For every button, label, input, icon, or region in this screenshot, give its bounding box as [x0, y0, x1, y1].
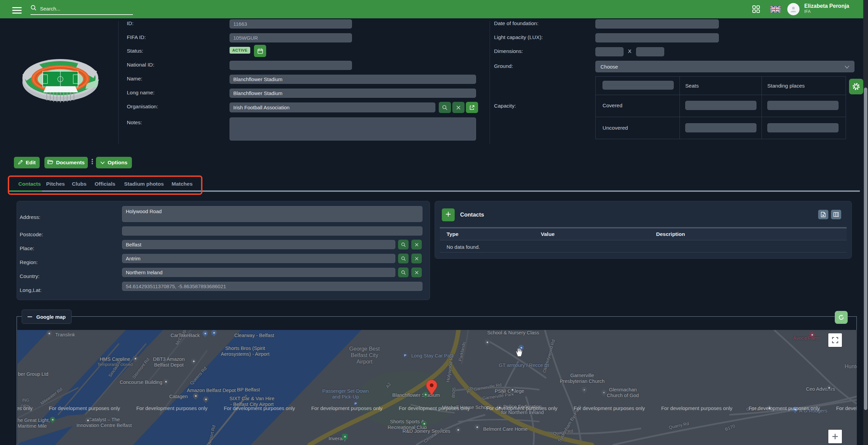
tab-matches[interactable]: Matches — [172, 181, 193, 187]
export-excel-button[interactable] — [818, 210, 828, 219]
name-field[interactable] — [230, 75, 476, 84]
address-field[interactable]: Holywood Road — [122, 206, 422, 222]
form-column-divider — [118, 21, 119, 144]
global-search[interactable] — [31, 3, 133, 15]
ground-label: Ground: — [494, 63, 513, 69]
place-clear-button[interactable] — [411, 240, 422, 249]
column-header[interactable]: Type — [440, 231, 541, 237]
avatar[interactable] — [787, 3, 800, 15]
longlat-field[interactable] — [122, 282, 422, 291]
light-capacity-field[interactable] — [595, 33, 719, 42]
organisation-clear-button[interactable] — [452, 102, 465, 113]
stadium-location-marker-icon[interactable] — [426, 379, 437, 398]
country-field[interactable] — [122, 268, 395, 277]
covered-seats-field[interactable] — [685, 101, 756, 110]
region-clear-button[interactable] — [411, 254, 422, 263]
documents-button[interactable]: Documents — [44, 157, 88, 168]
map-pin-icon — [133, 356, 138, 361]
covered-standing-field[interactable] — [767, 101, 839, 110]
mouse-cursor-hand — [515, 348, 523, 358]
organisation-open-button[interactable] — [466, 102, 478, 113]
options-button-label: Options — [107, 160, 127, 166]
national-id-field[interactable] — [230, 61, 352, 70]
language-flag-uk[interactable] — [770, 6, 781, 14]
capacity-name-field[interactable] — [603, 81, 674, 90]
organisation-field[interactable] — [230, 103, 435, 112]
map-fullscreen-button[interactable] — [828, 333, 842, 347]
folder-open-icon — [47, 160, 53, 166]
google-map-legend[interactable]: Google map — [22, 310, 72, 324]
dimensions-label: Dimensions: — [494, 48, 523, 54]
map-label: Hunter — [845, 363, 857, 370]
tab-pitches[interactable]: Pitches — [46, 181, 65, 187]
map-zoom-in-button[interactable] — [828, 430, 842, 443]
tab-clubs[interactable]: Clubs — [72, 181, 86, 187]
apps-grid-icon[interactable] — [752, 5, 760, 15]
user-menu[interactable]: Elizabeta Peronja IFA — [804, 3, 849, 14]
dimensions-x-separator: X — [628, 48, 631, 54]
plus-icon — [446, 211, 451, 218]
column-header[interactable]: Description — [656, 231, 685, 237]
hamburger-menu-icon[interactable] — [12, 5, 22, 15]
map-label: GarnervillePresbyterian Church — [560, 373, 605, 385]
search-input[interactable] — [39, 5, 125, 12]
status-history-button[interactable] — [254, 45, 266, 57]
dimension-width-field[interactable] — [595, 47, 624, 56]
map-label: George BestBelfast CityAirport — [349, 346, 380, 365]
map-pin-icon — [485, 339, 490, 345]
edit-button[interactable]: Edit — [14, 157, 40, 168]
dimension-length-field[interactable] — [636, 47, 664, 56]
stadium-thumbnail — [20, 54, 100, 105]
map-refresh-button[interactable] — [835, 311, 848, 324]
country-search-button[interactable] — [398, 267, 409, 277]
place-search-button[interactable] — [398, 240, 409, 249]
add-contact-button[interactable] — [442, 208, 455, 221]
search-icon — [31, 5, 37, 12]
id-field[interactable] — [230, 19, 352, 29]
place-field[interactable] — [122, 240, 395, 249]
options-button[interactable]: Options — [96, 157, 132, 168]
uncovered-seats-field[interactable] — [685, 123, 756, 132]
tab-officials[interactable]: Officials — [95, 181, 115, 187]
notes-field[interactable] — [230, 117, 476, 141]
chevron-down-icon — [845, 64, 849, 70]
national-id-label: National ID: — [127, 62, 154, 68]
google-map-panel: Google map — [17, 316, 857, 445]
region-search-button[interactable] — [398, 254, 409, 263]
map-pin-icon — [163, 379, 169, 384]
map-pin-icon — [455, 427, 461, 432]
column-header[interactable]: Value — [541, 231, 656, 237]
settings-gear-button[interactable] — [849, 79, 863, 94]
map-label: GlenmachanChurch of God — [607, 387, 639, 399]
top-navbar: Elizabeta Peronja IFA — [0, 0, 868, 18]
user-name: Elizabeta Peronja — [804, 3, 849, 9]
postcode-field[interactable] — [122, 226, 422, 236]
foundation-field[interactable] — [595, 19, 719, 29]
fifa-id-field[interactable] — [230, 33, 352, 42]
map-label: Long Stay Car Park — [411, 353, 454, 359]
light-capacity-label: Light capacity (LUX): — [494, 34, 543, 40]
fifa-id-label: FIFA ID: — [127, 34, 146, 40]
tab-stadium-photos[interactable]: Stadium photos — [124, 181, 164, 187]
uncovered-row-label: Uncovered — [603, 125, 628, 131]
pencil-icon — [18, 160, 23, 166]
map-canvas[interactable]: Translinkber Group LtdMcCaughey RdCarTak… — [17, 330, 857, 445]
page-scrollbar-thumb[interactable] — [864, 88, 867, 410]
contacts-table-header: TypeValueDescription — [440, 228, 847, 240]
edit-button-label: Edit — [26, 160, 36, 166]
more-actions-icon[interactable]: ⋮ — [89, 157, 96, 166]
organisation-search-button[interactable] — [439, 102, 451, 113]
ground-select[interactable]: Choose — [595, 61, 854, 72]
contacts-title: Contacts — [460, 211, 484, 218]
map-watermark: For development purposes only — [661, 405, 732, 411]
stadium-detail-page: { "nav": { "search_placeholder": "Search… — [0, 0, 868, 445]
country-clear-button[interactable] — [411, 267, 422, 277]
region-field[interactable] — [122, 254, 395, 263]
columns-toggle-button[interactable] — [831, 210, 841, 219]
empty-table-message: No data found. — [447, 244, 480, 250]
map-label: School & Nursery Class — [487, 330, 539, 336]
uncovered-standing-field[interactable] — [767, 123, 839, 132]
tab-contacts[interactable]: Contacts — [18, 181, 41, 187]
long-name-field[interactable] — [230, 89, 476, 98]
map-watermark: For development purposes only — [486, 405, 557, 411]
